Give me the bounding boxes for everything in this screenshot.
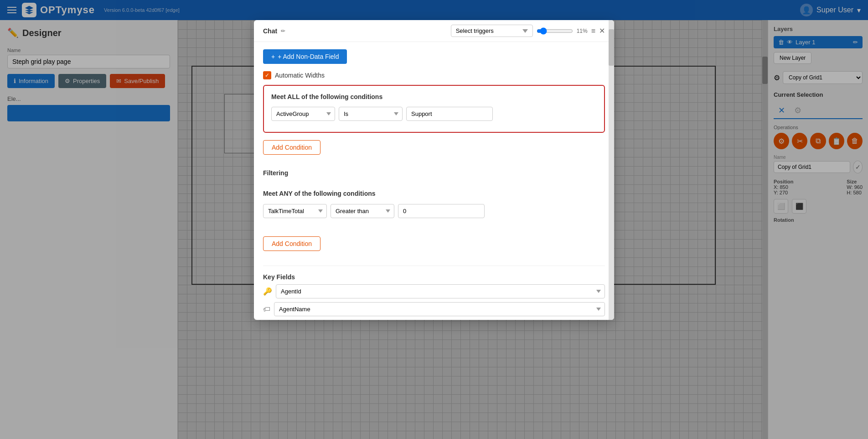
modal-dialog: Chat ✏ Select triggers 11% ≡ ✕ + + Add N… (254, 20, 614, 320)
add-condition-1-button[interactable]: Add Condition (263, 140, 320, 155)
chat-label: Chat (263, 27, 277, 35)
key-fields-label: Key Fields (254, 273, 614, 281)
condition2-field-select[interactable]: TalkTimeTotal (263, 204, 327, 218)
slider-section: Select triggers 11% ≡ ✕ (451, 25, 605, 37)
modal-close-icon[interactable]: ✕ (599, 26, 605, 35)
trigger-select[interactable]: Select triggers (451, 25, 533, 37)
modal-scrollbar[interactable] (609, 20, 614, 320)
meet-all-section: Meet ALL of the following conditions Act… (263, 85, 605, 133)
add-condition-2-button[interactable]: Add Condition (263, 236, 320, 251)
zoom-slider[interactable] (537, 27, 573, 35)
plus-icon: + (271, 53, 275, 60)
condition-row-2: TalkTimeTotal Greater than (263, 204, 605, 218)
key1-select[interactable]: AgentId (276, 284, 605, 298)
chat-edit-icon[interactable]: ✏ (281, 28, 285, 34)
auto-widths-row: ✓ Automatic Widths (254, 71, 614, 85)
modal-divider (263, 266, 605, 266)
add-condition-1-container: Add Condition (254, 140, 614, 162)
meet-any-title-row: Meet ANY of the following conditions (263, 189, 605, 204)
add-condition-2-container: Add Condition (254, 236, 614, 258)
condition1-field-select[interactable]: ActiveGroup (271, 107, 335, 121)
condition1-value-input[interactable] (406, 107, 493, 121)
modal-scroll-thumb[interactable] (609, 29, 614, 66)
modal-overlay: Chat ✏ Select triggers 11% ≡ ✕ + + Add N… (0, 0, 868, 439)
auto-widths-checkbox[interactable]: ✓ (263, 71, 271, 79)
key1-icon: 🔑 (263, 287, 272, 296)
modal-menu-icon[interactable]: ≡ (591, 27, 595, 35)
filtering-label: Filtering (254, 169, 614, 177)
key2-icon: 🏷 (263, 305, 270, 314)
condition-row-1: ActiveGroup Is (271, 107, 597, 121)
condition2-value-input[interactable] (398, 204, 485, 218)
auto-widths-label: Automatic Widths (275, 72, 325, 79)
key2-select[interactable]: AgentName (274, 302, 605, 316)
condition1-op-select[interactable]: Is (339, 107, 403, 121)
meet-any-section: Meet ANY of the following conditions Tal… (263, 182, 605, 229)
key-field-row-1: 🔑 AgentId (254, 284, 614, 298)
zoom-percent: 11% (577, 28, 588, 34)
meet-all-title: Meet ALL of the following conditions (271, 93, 597, 100)
add-non-data-field-button[interactable]: + + Add Non-Data Field (263, 49, 347, 64)
condition2-op-select[interactable]: Greater than (331, 204, 394, 218)
key-field-row-2: 🏷 AgentName (254, 302, 614, 316)
modal-top-row: Chat ✏ Select triggers 11% ≡ ✕ (254, 20, 614, 42)
chat-section: Chat ✏ (263, 27, 285, 35)
meet-any-title: Meet ANY of the following conditions (263, 190, 376, 197)
